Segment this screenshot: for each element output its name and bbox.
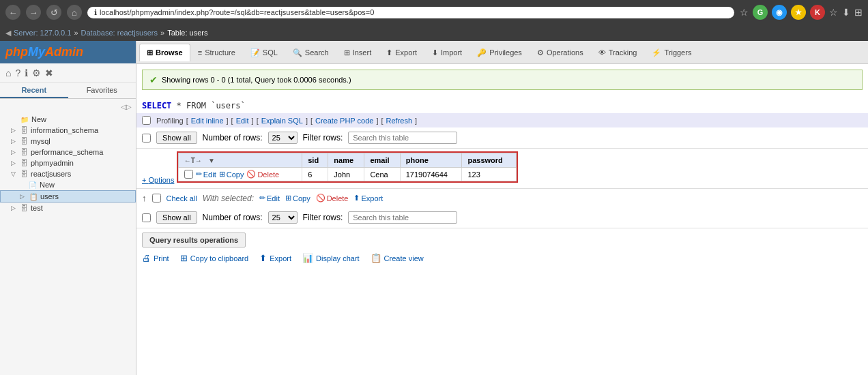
create-view-button[interactable]: 📋 Create view xyxy=(371,253,424,263)
refresh-link[interactable]: Refresh xyxy=(386,117,413,125)
print-button[interactable]: 🖨 Print xyxy=(142,253,169,263)
edit-inline-link[interactable]: Edit inline xyxy=(191,117,224,125)
tracking-label: Tracking xyxy=(609,48,637,57)
back-button[interactable]: ← xyxy=(5,5,20,20)
up-arrow-icon: ↑ xyxy=(142,193,147,203)
show-all-checkbox-top[interactable] xyxy=(142,134,151,142)
tab-insert[interactable]: ⊞ Insert xyxy=(336,44,379,61)
filter-rows-label-bottom: Filter rows: xyxy=(303,213,343,222)
copy-clipboard-button[interactable]: ⊞ Copy to clipboard xyxy=(180,253,249,263)
tab-triggers[interactable]: ⚡ Triggers xyxy=(644,44,699,61)
triggers-label: Triggers xyxy=(664,48,691,57)
test-expand: ▷ xyxy=(11,205,18,211)
is-expand: ▷ xyxy=(11,127,18,134)
show-all-checkbox-bottom[interactable] xyxy=(142,213,151,222)
th-sid[interactable]: sid xyxy=(302,153,328,168)
rows-select-bottom[interactable]: 25 50 100 250 500 xyxy=(268,211,298,224)
address-bar[interactable]: ℹ localhost/phpmyadmin/index.php?route=/… xyxy=(87,7,734,18)
ps-icon: 🗄 xyxy=(20,148,28,156)
browse-icon: ⊞ xyxy=(147,48,153,57)
tree-new-table[interactable]: 📄 New xyxy=(0,179,136,190)
tree-new[interactable]: 📁 New xyxy=(0,114,136,125)
tree-test[interactable]: ▷ 🗄 test xyxy=(0,202,136,213)
browser-bar: ← → ↺ ⌂ ℹ localhost/phpmyadmin/index.php… xyxy=(0,0,868,25)
print-icon: 🖨 xyxy=(142,253,151,263)
sel-delete-button[interactable]: 🚫 Delete xyxy=(316,194,349,202)
tab-recent[interactable]: Recent xyxy=(0,83,68,98)
profiling-checkbox[interactable] xyxy=(142,116,151,125)
filter-input-top[interactable] xyxy=(348,132,457,144)
show-all-button-top[interactable]: Show all xyxy=(156,132,197,144)
docs-btn[interactable]: ? xyxy=(14,66,22,80)
tab-sql[interactable]: 📝 SQL xyxy=(243,44,285,61)
sidebar-collapse-btn[interactable]: ◁▷ xyxy=(121,103,132,110)
mysql-expand: ▷ xyxy=(11,138,18,145)
th-phone[interactable]: phone xyxy=(400,153,462,168)
delete-row-button[interactable]: 🚫 Delete xyxy=(246,170,279,179)
tab-tracking[interactable]: 👁 Tracking xyxy=(591,44,645,61)
info-message: Showing rows 0 - 0 (1 total, Query took … xyxy=(162,76,351,84)
th-email[interactable]: email xyxy=(364,153,400,168)
sel-export-button[interactable]: ⬆ Export xyxy=(353,194,383,202)
exit-btn[interactable]: ✖ xyxy=(44,66,55,80)
tree-information-schema[interactable]: ▷ 🗄 information_schema xyxy=(0,125,136,136)
tab-import[interactable]: ⬇ Import xyxy=(424,44,469,61)
display-chart-button[interactable]: 📊 Display chart xyxy=(302,253,360,263)
bracket-open: [ xyxy=(186,117,188,125)
filter-input-bottom[interactable] xyxy=(348,211,457,224)
sel-copy-button[interactable]: ⊞ Copy xyxy=(285,194,310,202)
tab-privileges[interactable]: 🔑 Privileges xyxy=(469,44,530,61)
tab-favorites[interactable]: Favorites xyxy=(68,83,136,98)
info-btn[interactable]: ℹ xyxy=(23,66,29,80)
bracket-open5: [ xyxy=(381,117,383,125)
edit-link[interactable]: Edit xyxy=(236,117,249,125)
tree-users-table[interactable]: ▷ 📋 users xyxy=(0,190,136,202)
privileges-icon: 🔑 xyxy=(477,48,487,57)
lock-icon: ℹ xyxy=(94,8,97,17)
show-all-button-bottom[interactable]: Show all xyxy=(156,211,197,224)
url-text: localhost/phpmyadmin/index.php?route=/sq… xyxy=(100,8,374,16)
ut-expand: ▷ xyxy=(20,193,27,200)
settings-btn[interactable]: ⚙ xyxy=(31,66,42,80)
tab-search[interactable]: 🔍 Search xyxy=(285,44,336,61)
tree-reactjsusers[interactable]: ▽ 🗄 reactjsusers xyxy=(0,168,136,179)
copy-row-button[interactable]: ⊞ Copy xyxy=(219,170,244,179)
tree-phpmyadmin[interactable]: ▷ 🗄 phpmyadmin xyxy=(0,158,136,168)
export-results-button[interactable]: ⬆ Export xyxy=(259,253,291,263)
ext-icon-1: G xyxy=(753,5,768,20)
breadcrumb-server[interactable]: Server: 127.0.0.1 xyxy=(14,29,71,37)
rows-select-top[interactable]: 25 50 100 250 500 xyxy=(268,132,298,144)
sel-edit-button[interactable]: ✏ Edit xyxy=(259,194,280,202)
cell-sid: 6 xyxy=(302,168,328,181)
tab-structure[interactable]: ≡ Structure xyxy=(190,44,243,61)
check-all-link[interactable]: Check all xyxy=(167,194,197,202)
home-button[interactable]: ⌂ xyxy=(67,5,82,20)
tree-performance-schema[interactable]: ▷ 🗄 performance_schema xyxy=(0,147,136,158)
browser-icons: ☆ G ◉ ★ K ☆ ⬇ ⊞ xyxy=(740,5,863,20)
refresh-browser-button[interactable]: ↺ xyxy=(46,5,61,20)
th-password[interactable]: password xyxy=(462,153,516,168)
tab-browse[interactable]: ⊞ Browse xyxy=(139,44,190,61)
bracket-close2: ] xyxy=(252,117,254,125)
explain-sql-link[interactable]: Explain SQL xyxy=(261,117,303,125)
check-all-checkbox[interactable] xyxy=(152,194,161,202)
number-of-rows-label-bottom: Number of rows: xyxy=(203,213,263,222)
browse-label: Browse xyxy=(156,48,183,57)
structure-label: Structure xyxy=(205,48,235,57)
tab-export[interactable]: ⬆ Export xyxy=(379,44,424,61)
tree-mysql[interactable]: ▷ 🗄 mysql xyxy=(0,136,136,147)
forward-button[interactable]: → xyxy=(26,5,41,20)
ext-icon-4: K xyxy=(810,5,825,20)
create-php-code-link[interactable]: Create PHP code xyxy=(315,117,373,125)
row-checkbox[interactable] xyxy=(184,170,193,179)
sel-export-icon: ⬆ xyxy=(353,194,360,202)
breadcrumb-table: Table: users xyxy=(167,29,207,37)
th-name[interactable]: name xyxy=(328,153,364,168)
edit-row-button[interactable]: ✏ Edit xyxy=(196,170,216,179)
qro-header[interactable]: Query results operations xyxy=(142,232,246,247)
home-sidebar-btn[interactable]: ⌂ xyxy=(4,66,12,80)
options-link[interactable]: Options xyxy=(142,175,174,185)
sort-icon: ▼ xyxy=(208,157,215,164)
breadcrumb-database[interactable]: Database: reactjsusers xyxy=(81,29,158,37)
tab-operations[interactable]: ⚙ Operations xyxy=(530,44,591,61)
